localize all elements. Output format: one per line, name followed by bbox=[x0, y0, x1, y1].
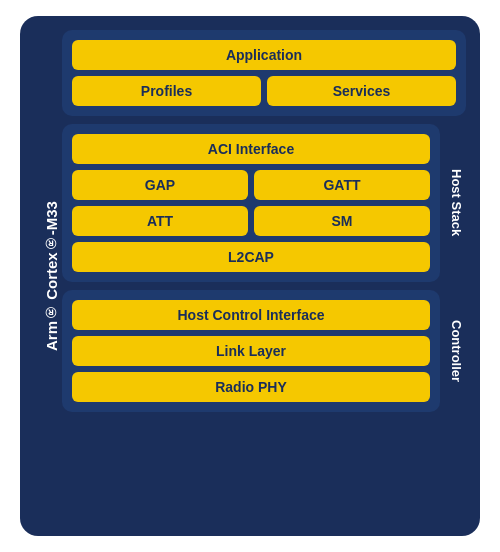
aci-interface-block: ACI Interface bbox=[72, 134, 430, 164]
controller-section: Host Control Interface Link Layer Radio … bbox=[62, 290, 440, 412]
att-sm-row: ATT SM bbox=[72, 206, 430, 236]
att-block: ATT bbox=[72, 206, 248, 236]
services-block: Services bbox=[267, 76, 456, 106]
controller-wrapper: Host Control Interface Link Layer Radio … bbox=[62, 290, 466, 412]
gap-gatt-row: GAP GATT bbox=[72, 170, 430, 200]
host-stack-label: Host Stack bbox=[440, 124, 466, 282]
main-content: Application Profiles Services ACI Interf… bbox=[62, 30, 466, 522]
controller-label: Controller bbox=[440, 290, 466, 412]
host-stack-section: ACI Interface GAP GATT ATT SM L2CAP bbox=[62, 124, 440, 282]
gap-block: GAP bbox=[72, 170, 248, 200]
l2cap-block: L2CAP bbox=[72, 242, 430, 272]
link-layer-block: Link Layer bbox=[72, 336, 430, 366]
diagram-container: Arm® Cortex®-M33 Application Profiles Se… bbox=[20, 16, 480, 536]
hci-block: Host Control Interface bbox=[72, 300, 430, 330]
sm-block: SM bbox=[254, 206, 430, 236]
radio-phy-block: Radio PHY bbox=[72, 372, 430, 402]
profiles-block: Profiles bbox=[72, 76, 261, 106]
application-section: Application Profiles Services bbox=[62, 30, 466, 116]
application-block: Application bbox=[72, 40, 456, 70]
profiles-services-row: Profiles Services bbox=[72, 76, 456, 106]
host-stack-wrapper: ACI Interface GAP GATT ATT SM L2CAP Host… bbox=[62, 124, 466, 282]
gatt-block: GATT bbox=[254, 170, 430, 200]
cortex-label: Arm® Cortex®-M33 bbox=[34, 30, 62, 522]
